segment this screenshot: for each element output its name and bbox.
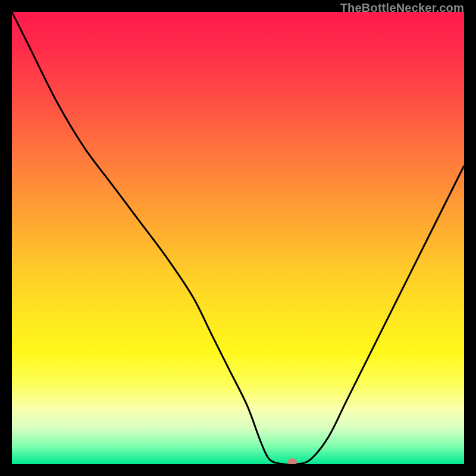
- bottleneck-curve: [12, 12, 464, 464]
- chart-svg: [12, 12, 464, 464]
- minimum-marker: [287, 458, 297, 464]
- chart-container: TheBottleNecker.com: [0, 0, 476, 476]
- plot-area: [12, 12, 464, 464]
